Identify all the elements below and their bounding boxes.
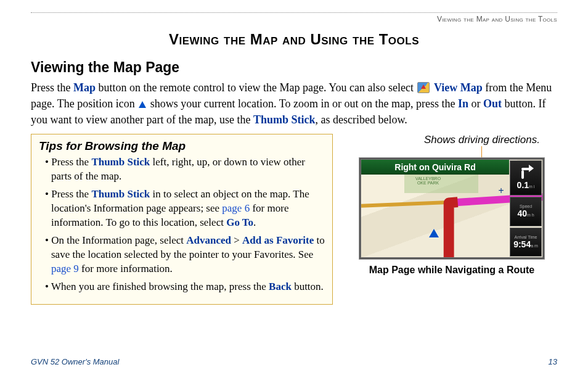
text: When you are finished browsing the map, … <box>51 281 269 292</box>
text: . <box>253 216 256 228</box>
thumb-stick-ref: Thumb Stick <box>91 156 150 168</box>
out-button-ref: Out <box>483 97 502 110</box>
in-button-ref: In <box>458 97 468 110</box>
advanced-ref: Advanced <box>186 234 231 246</box>
back-button-ref: Back <box>269 281 292 292</box>
view-map-ref: View Map <box>434 81 483 94</box>
page-link[interactable]: page 9 <box>51 263 79 274</box>
speed-value: 40 <box>517 208 527 218</box>
callout-leader-line <box>481 146 482 157</box>
park-label: VALLEYBROOKE PARK <box>415 176 441 185</box>
text: > <box>231 234 242 246</box>
distance-value: 0.1 <box>517 180 529 190</box>
turn-panel: 0.1m i <box>510 160 542 196</box>
go-to-ref: Go To <box>226 216 253 228</box>
position-cursor-icon <box>429 229 439 237</box>
tip-item: On the Information page, select Advanced… <box>45 234 325 276</box>
text: or <box>468 97 483 110</box>
tip-item: Press the Thumb Stick in to select an ob… <box>45 188 325 230</box>
section-title: Viewing the Map Page <box>31 59 557 76</box>
map-button-ref: Map <box>73 81 96 94</box>
intro-paragraph: Press the Map button on the remote contr… <box>31 80 557 128</box>
text: On the Information page, select <box>51 234 186 246</box>
direction-bar: Right on Quivira Rd <box>361 160 509 175</box>
page-link[interactable]: page 6 <box>222 202 250 214</box>
text: Press the <box>51 188 91 200</box>
arrival-label: Arrival Time <box>515 235 537 239</box>
footer-page-number: 13 <box>549 357 557 366</box>
speed-panel: Speed 40m h <box>510 197 542 226</box>
tips-box: Tips for Browsing the Map Press the Thum… <box>31 134 333 304</box>
turn-arrow-icon <box>519 167 533 180</box>
footer-manual-title: GVN 52 Owner's Manual <box>31 357 119 366</box>
page-title: Viewing the Map and Using the Tools <box>31 31 557 48</box>
arrival-value: 9:54 <box>513 239 531 249</box>
tip-item: Press the Thumb Stick left, right, up, o… <box>45 155 325 184</box>
text: , as described below. <box>315 113 407 126</box>
tips-title: Tips for Browsing the Map <box>39 139 325 153</box>
arrival-unit: a m <box>531 244 538 248</box>
text: button. <box>292 281 324 292</box>
distance-unit: m i <box>529 184 534 189</box>
header-rule <box>31 12 557 13</box>
arrival-panel: Arrival Time 9:54a m <box>510 228 542 257</box>
figure-caption: Map Page while Navigating a Route <box>346 265 557 276</box>
tip-item: When you are finished browsing the map, … <box>45 280 325 294</box>
text: button on the remote control to view the… <box>96 81 416 94</box>
view-map-icon <box>417 82 430 93</box>
position-icon <box>139 101 146 108</box>
thumb-stick-ref: Thumb Stick <box>253 113 316 126</box>
thumb-stick-ref: Thumb Stick <box>91 188 150 200</box>
callout-label: Shows driving directions. <box>346 134 557 146</box>
text: Press the <box>51 156 91 168</box>
text: Press the <box>31 81 73 94</box>
speed-unit: m h <box>527 213 534 217</box>
text: for more information. <box>79 263 173 274</box>
text: shows your current location. To zoom in … <box>147 97 458 110</box>
map-screenshot: VALLEYBROOKE PARK + Right on Quivira Rd … <box>359 157 545 260</box>
speed-label: Speed <box>520 204 532 208</box>
page-footer: GVN 52 Owner's Manual 13 <box>31 357 557 366</box>
running-head: Viewing the Map and Using the Tools <box>31 15 557 23</box>
plus-icon: + <box>497 187 505 196</box>
add-favorite-ref: Add as Favorite <box>242 234 314 246</box>
